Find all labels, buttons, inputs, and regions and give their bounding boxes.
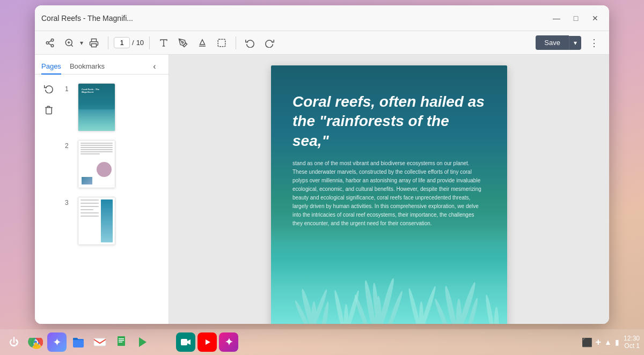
page-thumb-3: [78, 197, 115, 245]
time-display: 12:30: [624, 335, 640, 342]
files-taskbar-icon[interactable]: [69, 332, 88, 352]
pdf-cover-text: Coral reefs, often hailed as the "rainfo…: [292, 92, 486, 228]
chrome-taskbar-icon[interactable]: [26, 332, 45, 352]
sidebar-tabs: Pages Bookmarks ‹: [35, 55, 169, 75]
separator-3: [236, 36, 236, 49]
pages-list: 1 Coral Reefs - The Magnificent 2: [58, 75, 169, 324]
svg-point-37: [494, 307, 499, 324]
page-thumb-2: [78, 140, 115, 188]
play-taskbar-icon[interactable]: [133, 332, 152, 352]
svg-rect-43: [94, 338, 106, 346]
page-separator: /: [132, 39, 134, 47]
screen-cast-icon[interactable]: ⬛: [582, 337, 592, 347]
svg-rect-14: [218, 39, 225, 47]
page-total: 10: [136, 39, 144, 47]
svg-point-2: [51, 45, 54, 47]
more-options-button[interactable]: ⋮: [586, 34, 603, 51]
photos-taskbar-icon[interactable]: [155, 332, 174, 352]
sidebar: Pages Bookmarks ‹: [35, 55, 169, 324]
svg-rect-44: [118, 336, 125, 346]
pdf-viewer[interactable]: Coral reefs, often hailed as the "rainfo…: [169, 55, 609, 324]
coral-visual: [271, 226, 507, 324]
svg-point-12: [182, 41, 184, 43]
print-button[interactable]: [85, 34, 103, 51]
thumb-3-image: [101, 199, 113, 242]
separator-1: [108, 36, 108, 49]
svg-point-38: [484, 294, 495, 324]
pdf-page-1: Coral reefs, often hailed as the "rainfo…: [271, 65, 507, 324]
meet-taskbar-icon[interactable]: [176, 332, 195, 352]
save-dropdown-button[interactable]: ▾: [569, 36, 581, 50]
delete-tool-button[interactable]: [39, 100, 58, 120]
coral-svg: [271, 226, 507, 324]
zoom-dropdown-arrow[interactable]: ▾: [80, 39, 83, 47]
maximize-button[interactable]: □: [568, 11, 583, 26]
svg-line-3: [48, 43, 51, 45]
page-thumb-1: Coral Reefs - The Magnificent: [78, 83, 115, 131]
wifi-icon[interactable]: ▲: [604, 338, 612, 346]
youtube-taskbar-icon[interactable]: [197, 332, 217, 352]
page-thumbnail-item-2[interactable]: 2: [58, 136, 169, 193]
close-button[interactable]: ✕: [588, 11, 603, 26]
text-tool-button[interactable]: [155, 34, 172, 51]
title-bar: Coral Reefs - The Magnifi... — □ ✕: [35, 5, 609, 31]
taskbar: ⏻ ✦: [0, 329, 644, 355]
svg-rect-49: [181, 339, 187, 345]
date-display: Oct 1: [624, 342, 640, 350]
svg-rect-46: [119, 340, 124, 341]
page-thumbnail-item-1[interactable]: 1 Coral Reefs - The Magnificent: [58, 79, 169, 136]
save-button[interactable]: Save: [536, 35, 569, 50]
taskbar-left: ⏻ ✦: [4, 332, 238, 352]
highlight-tool-button[interactable]: [194, 34, 211, 51]
page-number-2: 2: [65, 140, 74, 150]
svg-point-0: [51, 39, 54, 41]
pdf-cover-body: stand as one of the most vibrant and bio…: [292, 159, 486, 228]
minimize-button[interactable]: —: [549, 11, 564, 26]
undo-button[interactable]: [241, 34, 259, 51]
svg-line-6: [71, 45, 72, 46]
power-icon[interactable]: ⏻: [4, 332, 24, 352]
svg-point-1: [46, 41, 49, 44]
page-number-input[interactable]: [114, 37, 130, 48]
document-title: Coral Reefs - The Magnifi...: [41, 14, 133, 23]
slack-taskbar-icon[interactable]: ✦: [219, 332, 238, 352]
redo-button[interactable]: [261, 34, 278, 51]
svg-marker-50: [187, 339, 191, 345]
page-number-1: 1: [65, 83, 74, 93]
svg-rect-45: [119, 338, 124, 339]
rotate-tool-button[interactable]: [39, 79, 58, 98]
docs-taskbar-icon[interactable]: [112, 332, 131, 352]
svg-marker-48: [139, 337, 147, 347]
taskbar-right: ⬛ + ▲ ▮ 12:30 Oct 1: [582, 335, 640, 350]
svg-rect-47: [119, 342, 122, 343]
sidebar-collapse-button[interactable]: ‹: [147, 59, 162, 74]
add-icon[interactable]: +: [596, 337, 602, 348]
tab-pages[interactable]: Pages: [41, 59, 61, 75]
share-button[interactable]: [41, 34, 58, 51]
svg-marker-51: [206, 339, 210, 345]
date-time-display[interactable]: 12:30 Oct 1: [624, 335, 640, 350]
thumb-box: [82, 177, 92, 184]
selection-tool-button[interactable]: [213, 34, 230, 51]
pdf-window: Coral Reefs - The Magnifi... — □ ✕ ▾ / 1…: [35, 5, 609, 324]
svg-line-4: [48, 40, 51, 42]
svg-rect-42: [73, 339, 84, 347]
battery-icon[interactable]: ▮: [615, 338, 619, 346]
thumb-circle: [97, 162, 112, 177]
zoom-button[interactable]: [61, 34, 78, 51]
page-navigation: / 10: [114, 37, 144, 48]
content-area: Pages Bookmarks ‹: [35, 55, 609, 324]
svg-rect-9: [92, 43, 97, 47]
tab-bookmarks[interactable]: Bookmarks: [70, 59, 105, 75]
save-button-group: Save ▾: [536, 35, 581, 50]
thumb-1-text: Coral Reefs - The Magnificent: [82, 88, 112, 93]
gemini-taskbar-icon[interactable]: ✦: [47, 332, 67, 352]
thumb-3-text-lines: [80, 199, 99, 242]
toolbar: ▾ / 10 Save ▾: [35, 31, 609, 55]
sidebar-tools: [35, 75, 58, 324]
gmail-taskbar-icon[interactable]: [90, 332, 109, 352]
pen-tool-button[interactable]: [174, 34, 192, 51]
separator-2: [149, 36, 150, 49]
system-tray-icons: ⬛ + ▲ ▮: [582, 337, 619, 348]
page-thumbnail-item-3[interactable]: 3: [58, 193, 169, 249]
